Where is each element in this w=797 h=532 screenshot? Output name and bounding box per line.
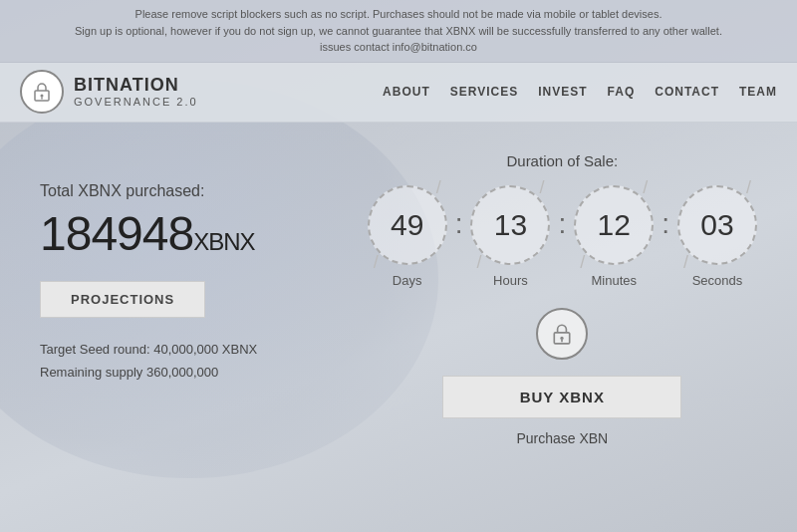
target-line-1: Target Seed round: 40,000,000 XBNX	[40, 338, 328, 361]
hours-circle: 13	[470, 185, 550, 265]
nav-about[interactable]: ABOUT	[383, 85, 430, 99]
nav-team[interactable]: TEAM	[739, 85, 777, 99]
logo-text: BITNATION GOVERNANCE 2.0	[74, 75, 198, 110]
svg-point-4	[561, 336, 564, 339]
nav-links: ABOUT SERVICES INVEST FAQ CONTACT TEAM	[383, 85, 777, 99]
countdown-minutes: 12 Minutes	[574, 185, 654, 288]
nav-services[interactable]: SERVICES	[450, 85, 518, 99]
colon-3: :	[662, 208, 669, 240]
seconds-circle: 03	[677, 185, 757, 265]
buy-xbnx-button[interactable]: BUY XBNX	[442, 376, 681, 418]
notification-text-2: Sign up is optional, however if you do n…	[75, 25, 722, 37]
target-info: Target Seed round: 40,000,000 XBNX Remai…	[40, 338, 328, 385]
seconds-label: Seconds	[692, 273, 743, 288]
nav-contact[interactable]: CONTACT	[655, 85, 719, 99]
buy-lock-icon	[536, 308, 588, 360]
hours-label: Hours	[493, 273, 528, 288]
minutes-label: Minutes	[591, 273, 637, 288]
nav-faq[interactable]: FAQ	[608, 85, 636, 99]
logo-area: BITNATION GOVERNANCE 2.0	[20, 70, 198, 114]
countdown-display: 49 Days : 13 Hours : 12 Minutes : 03 Sec…	[368, 185, 757, 288]
navbar: BITNATION GOVERNANCE 2.0 ABOUT SERVICES …	[0, 63, 797, 123]
brand-subtitle: GOVERNANCE 2.0	[74, 96, 198, 109]
duration-label: Duration of Sale:	[506, 152, 618, 169]
days-label: Days	[393, 273, 422, 288]
target-line-2: Remaining supply 360,000,000	[40, 361, 328, 384]
notification-text-1: Please remove script blockers such as no…	[135, 8, 663, 20]
total-label: Total XBNX purchased:	[40, 182, 328, 200]
right-panel: Duration of Sale: 49 Days : 13 Hours : 1…	[368, 152, 757, 446]
total-unit: XBNX	[193, 228, 254, 255]
days-circle: 49	[368, 185, 447, 265]
nav-invest[interactable]: INVEST	[538, 85, 587, 99]
notification-bar: Please remove script blockers such as no…	[0, 0, 797, 63]
countdown-seconds: 03 Seconds	[677, 185, 757, 288]
notification-text-3: issues contact info@bitnation.co	[320, 41, 477, 53]
colon-2: :	[558, 208, 566, 240]
countdown-days: 49 Days	[368, 185, 447, 288]
brand-name: BITNATION	[74, 75, 198, 97]
total-number: 184948	[40, 207, 193, 260]
logo-icon	[20, 70, 64, 114]
total-amount: 184948XBNX	[40, 206, 328, 261]
colon-1: :	[455, 208, 463, 240]
minutes-circle: 12	[574, 185, 654, 265]
countdown-hours: 13 Hours	[470, 185, 550, 288]
purchase-label: Purchase XBN	[516, 430, 608, 446]
main-content: Total XBNX purchased: 184948XBNX PROJECT…	[0, 123, 797, 466]
projections-button[interactable]: PROJECTIONS	[40, 281, 205, 318]
svg-point-1	[41, 95, 44, 98]
left-panel: Total XBNX purchased: 184948XBNX PROJECT…	[40, 152, 328, 446]
